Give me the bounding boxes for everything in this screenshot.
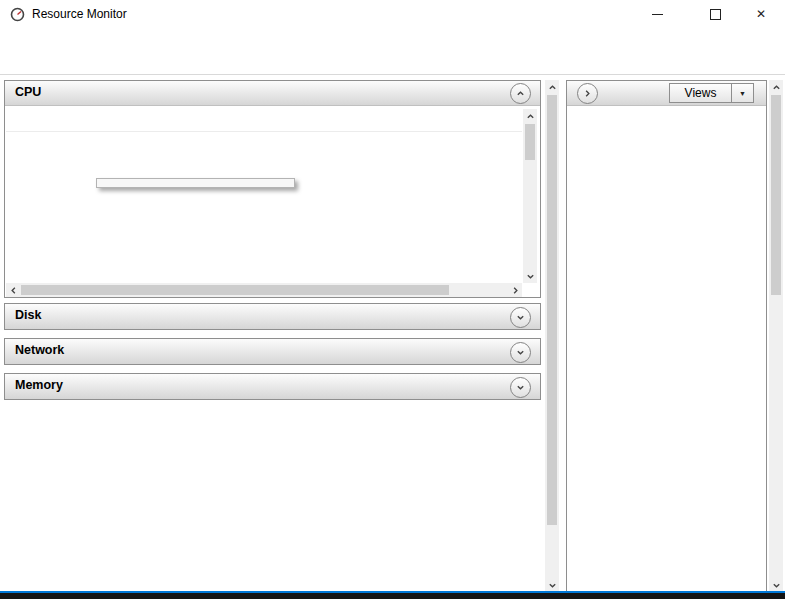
network-section-header[interactable]: Network xyxy=(5,339,540,364)
chevron-up-icon xyxy=(526,112,535,121)
resource-monitor-window: { "window": {"title": "Resource Monitor"… xyxy=(0,0,785,599)
chevron-down-icon xyxy=(548,581,557,590)
menu-bar xyxy=(0,28,785,50)
graphs-panel: Views ▼ xyxy=(566,80,767,593)
scroll-up-button[interactable] xyxy=(523,109,537,123)
memory-section: Memory xyxy=(4,373,541,400)
chevron-up-icon xyxy=(772,83,781,92)
window-title: Resource Monitor xyxy=(32,7,127,21)
scrollbar-thumb[interactable] xyxy=(771,95,781,295)
chevron-up-icon xyxy=(516,89,525,98)
taskbar-edge xyxy=(0,593,785,599)
cpu-section-title: CPU xyxy=(15,85,41,99)
dropdown-arrow-icon: ▼ xyxy=(731,84,753,102)
scroll-left-button[interactable] xyxy=(6,283,20,297)
network-section-title: Network xyxy=(15,343,64,357)
memory-section-title: Memory xyxy=(15,378,63,392)
memory-section-header[interactable]: Memory xyxy=(5,374,540,399)
chevron-left-icon xyxy=(9,286,18,295)
scrollbar-thumb[interactable] xyxy=(547,95,557,525)
close-icon: ✕ xyxy=(756,7,766,21)
disk-expand-button[interactable] xyxy=(510,307,531,328)
network-section: Network xyxy=(4,338,541,365)
process-table xyxy=(6,131,523,283)
chevron-down-icon xyxy=(526,272,535,281)
scroll-right-button[interactable] xyxy=(508,283,522,297)
chevron-right-icon xyxy=(583,89,592,98)
title-bar: Resource Monitor ✕ xyxy=(0,0,785,28)
chevron-up-icon xyxy=(548,83,557,92)
close-button[interactable]: ✕ xyxy=(744,0,778,28)
memory-expand-button[interactable] xyxy=(510,377,531,398)
main-vertical-scrollbar[interactable] xyxy=(545,80,559,592)
graphs-panel-header: Views ▼ xyxy=(567,81,766,106)
scroll-down-button[interactable] xyxy=(523,269,537,283)
scroll-up-button[interactable] xyxy=(769,80,783,94)
table-horizontal-scrollbar[interactable] xyxy=(6,283,522,297)
cpu-collapse-button[interactable] xyxy=(510,83,531,104)
scroll-up-button[interactable] xyxy=(545,80,559,94)
graphs-vertical-scrollbar[interactable] xyxy=(769,80,783,592)
table-vertical-scrollbar[interactable] xyxy=(523,109,537,283)
expand-panel-button[interactable] xyxy=(577,83,598,104)
maximize-icon xyxy=(710,9,721,20)
maximize-button[interactable] xyxy=(698,0,732,28)
minimize-icon xyxy=(652,14,663,15)
chevron-right-icon xyxy=(511,286,520,295)
cpu-section: CPU xyxy=(4,80,541,298)
context-menu xyxy=(96,178,295,188)
minimize-button[interactable] xyxy=(640,0,674,28)
views-button-label: Views xyxy=(670,84,731,102)
table-header[interactable] xyxy=(6,109,522,132)
chevron-down-icon xyxy=(516,313,525,322)
scroll-down-button[interactable] xyxy=(545,578,559,592)
disk-section: Disk xyxy=(4,303,541,330)
network-expand-button[interactable] xyxy=(510,342,531,363)
chevron-down-icon xyxy=(516,383,525,392)
views-button[interactable]: Views ▼ xyxy=(669,83,754,103)
tab-strip xyxy=(0,50,785,75)
scrollbar-thumb[interactable] xyxy=(525,124,535,160)
cpu-section-header[interactable]: CPU xyxy=(5,81,540,106)
scrollbar-thumb[interactable] xyxy=(21,285,449,295)
chevron-down-icon xyxy=(516,348,525,357)
chevron-down-icon xyxy=(772,581,781,590)
disk-section-title: Disk xyxy=(15,308,41,322)
scroll-down-button[interactable] xyxy=(769,578,783,592)
app-icon xyxy=(10,7,25,22)
disk-section-header[interactable]: Disk xyxy=(5,304,540,329)
